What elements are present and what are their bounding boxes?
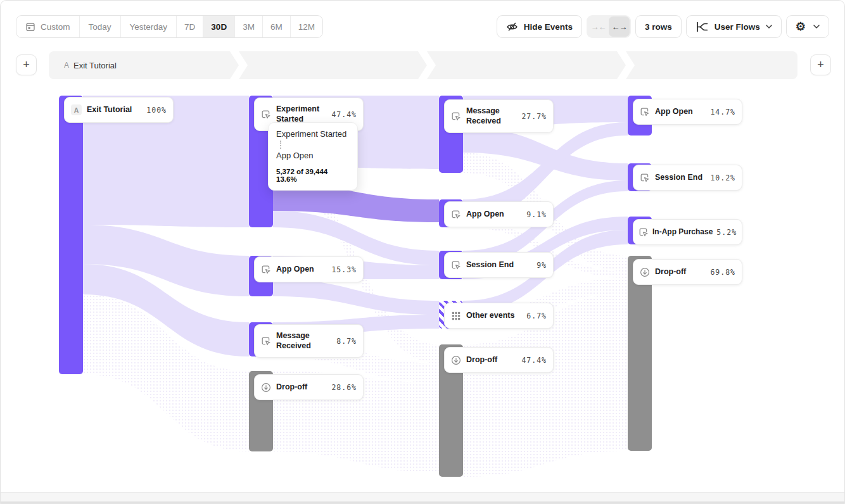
node-card-message-received[interactable]: Message Received 27.7% — [444, 99, 554, 133]
event-click-icon — [261, 265, 271, 275]
event-click-icon — [640, 107, 650, 117]
dropoff-icon — [261, 382, 271, 393]
node-card-app-open[interactable]: App Open 9.1% — [444, 201, 554, 227]
event-click-icon — [451, 260, 461, 270]
bottom-scrollbar-track[interactable] — [1, 492, 844, 503]
node-card-app-open[interactable]: App Open 15.3% — [254, 256, 364, 282]
sankey-canvas — [1, 1, 845, 504]
tooltip-to-event: App Open — [276, 151, 350, 160]
event-click-icon — [261, 110, 271, 120]
event-click-icon — [451, 111, 461, 122]
node-card-in-app-purchase[interactable]: In-App Purchase 5.2% — [633, 219, 742, 245]
dropoff-icon — [640, 267, 650, 277]
flow-node-bar-exit-tutorial[interactable] — [59, 96, 83, 374]
node-card-other-events[interactable]: Other events 6.7% — [444, 303, 554, 329]
node-card-dropoff[interactable]: Drop-off 69.8% — [633, 259, 742, 285]
event-click-icon — [451, 210, 461, 220]
node-card-session-end[interactable]: Session End 9% — [444, 252, 554, 278]
user-flows-app: Custom Today Yesterday 7D 30D 3M 6M 12M … — [0, 0, 845, 504]
tooltip-connector-line — [280, 141, 281, 149]
grid-icon — [451, 311, 461, 321]
bottom-edge — [1, 501, 844, 503]
dropoff-icon — [451, 355, 461, 365]
node-card-session-end[interactable]: Session End 10.2% — [633, 165, 742, 191]
event-click-icon — [639, 227, 649, 237]
tooltip-stat: 5,372 of 39,444 13.6% — [276, 168, 350, 183]
tooltip-from-event: Experiment Started — [276, 129, 350, 139]
node-card-dropoff[interactable]: Drop-off 47.4% — [444, 347, 554, 373]
event-click-icon — [640, 173, 650, 183]
flow-tooltip: Experiment Started App Open 5,372 of 39,… — [268, 122, 358, 191]
node-card-dropoff[interactable]: Drop-off 28.6% — [254, 374, 364, 400]
flow-node-bar-dropoff[interactable] — [628, 256, 652, 451]
event-click-icon — [261, 336, 271, 346]
node-card-message-received[interactable]: Message Received 8.7% — [254, 324, 364, 358]
node-card-app-open[interactable]: App Open 14.7% — [633, 99, 742, 125]
step-a-badge: A — [71, 104, 82, 115]
node-card-exit-tutorial[interactable]: A Exit Tutorial 100% — [64, 97, 174, 123]
